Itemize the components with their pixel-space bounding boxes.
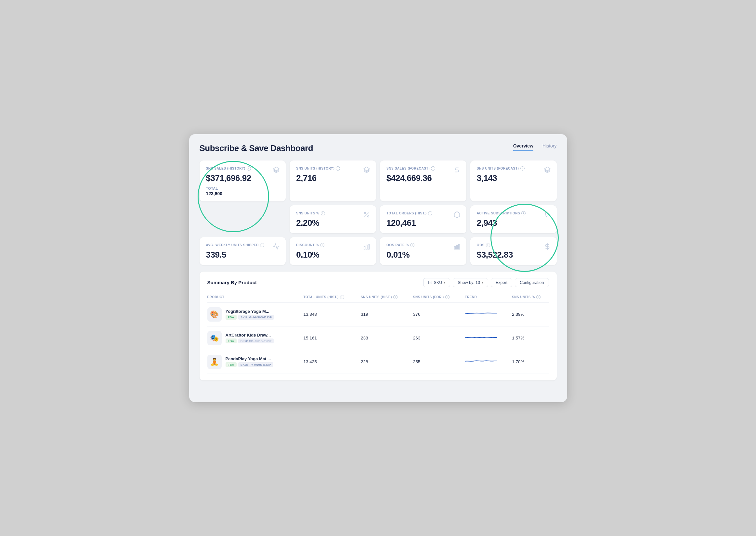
metric-sub-label: TOTAL [206,186,280,190]
sku-badge: SKU: TY-9N0S-EJ3P [238,362,273,367]
svg-rect-11 [456,245,458,249]
fba-badge: FBA [225,362,237,367]
metric-empty [199,205,286,233]
trend-chart [465,309,497,318]
cursor-icon [544,211,551,220]
col-product: PRODUCT [207,292,298,303]
percent-icon [363,211,370,220]
metric-avg-weekly: AVG. WEEKLY UNITS SHIPPED i 339.5 [199,237,286,265]
trend-chart [465,333,497,342]
metric-sns-units-forecast: SNS UNITS (FORECAST) i 3,143 [470,160,557,201]
info-icon[interactable]: i [336,166,340,171]
fba-badge: FBA [225,339,237,343]
product-table: PRODUCT TOTAL UNITS (HIST.) i SNS UNITS … [207,292,549,374]
tab-history[interactable]: History [542,143,557,151]
info-icon[interactable]: i [536,295,540,299]
total-units-cell: 15,161 [298,326,356,350]
sns-pct-cell: 1.57% [507,326,549,350]
metric-value: 2,716 [296,173,369,183]
col-total-units: TOTAL UNITS (HIST.) i [298,292,356,303]
sku-badge: SKU: SD-9N0S-EJ3P [238,339,274,343]
metric-value: 120,461 [387,218,460,228]
metric-active-subscriptions: ACTIVE SUBSCRIPTIONS i 2,943 [470,205,557,233]
show-by-dropdown[interactable]: Show by: 10 ▾ [453,278,488,287]
trend-chart [465,357,497,366]
product-name: PandaPlay Yoga Mat ... [225,356,273,361]
metric-oos-rate: OOS RATE % i 0.01% [380,237,466,265]
metric-total-orders: TOTAL ORDERS (HIST.) i 120,461 [380,205,466,233]
product-info: YogiStorage Yoga M... FBA SKU: GH-9N0S-E… [225,309,274,319]
sns-units-for-cell: 263 [408,326,460,350]
info-icon[interactable]: i [320,243,325,247]
metric-value: $3,522.83 [477,250,550,260]
svg-rect-9 [368,244,369,249]
svg-rect-14 [429,281,432,284]
product-info: PandaPlay Yoga Mat ... FBA SKU: TY-9N0S-… [225,356,273,367]
product-thumbnail: 🎨 [207,307,222,321]
bar-chart-icon [363,243,370,252]
info-icon[interactable]: i [321,211,325,216]
svg-point-5 [364,212,366,214]
export-button[interactable]: Export [491,278,512,287]
svg-line-4 [365,213,369,217]
info-icon[interactable]: i [486,243,490,247]
sns-pct-cell: 2.39% [507,302,549,326]
table-row: 🎨 YogiStorage Yoga M... FBA SKU: GH-9N0S… [207,302,549,326]
summary-controls: SKU ▾ Show by: 10 ▾ Export Configuration [423,278,549,287]
info-icon[interactable]: i [520,166,525,171]
info-icon[interactable]: i [247,166,251,171]
product-name: YogiStorage Yoga M... [225,309,274,314]
metrics-grid: SNS SALES (HISTORY) i $371,696.92 TOTAL … [199,160,557,265]
metric-value: 2,943 [477,218,550,228]
product-thumbnail: 🎭 [207,331,222,345]
dollar-icon [453,166,461,175]
svg-rect-10 [454,247,456,249]
product-badges: FBA SKU: GH-9N0S-EJ3P [225,315,274,319]
trend-cell [460,302,507,326]
summary-header: Summary By Product SKU ▾ Show by: 10 ▾ E… [207,278,549,287]
app-container: Subscribe & Save Dashboard Overview Hist… [189,134,567,402]
metric-value: 0.10% [296,250,369,260]
svg-rect-8 [366,245,367,249]
page-title: Subscribe & Save Dashboard [199,143,313,153]
info-icon[interactable]: i [340,295,344,299]
layers-icon [273,166,280,175]
info-icon[interactable]: i [431,166,435,171]
info-icon[interactable]: i [260,243,264,247]
sku-dropdown[interactable]: SKU ▾ [423,278,451,287]
table-row: 🧘 PandaPlay Yoga Mat ... FBA SKU: TY-9N0… [207,350,549,374]
tab-overview[interactable]: Overview [513,143,533,151]
info-icon[interactable]: i [428,211,432,216]
product-badges: FBA SKU: TY-9N0S-EJ3P [225,362,273,367]
sns-units-hist-cell: 228 [356,350,408,374]
product-cell-2: 🧘 PandaPlay Yoga Mat ... FBA SKU: TY-9N0… [207,350,298,374]
metric-sns-units-history: SNS UNITS (HISTORY) i 2,716 [290,160,376,201]
configuration-button[interactable]: Configuration [515,278,549,287]
product-info: ArtCraftor Kids Draw... FBA SKU: SD-9N0S… [225,333,274,343]
sns-pct-cell: 1.70% [507,350,549,374]
metric-label: SNS SALES (HISTORY) i [206,166,280,171]
trend-cell [460,350,507,374]
info-icon[interactable]: i [445,295,450,299]
dollar-icon [544,243,551,252]
metric-sub-value: 123,600 [206,191,280,196]
info-icon[interactable]: i [410,243,414,247]
col-trend: TREND [460,292,507,303]
header: Subscribe & Save Dashboard Overview Hist… [199,143,557,153]
svg-rect-12 [458,244,460,249]
sns-units-hist-cell: 238 [356,326,408,350]
info-icon[interactable]: i [393,295,397,299]
metric-value: 3,143 [477,173,550,183]
metric-value: 0.01% [387,250,460,260]
fba-badge: FBA [225,315,237,319]
cube-icon [453,211,461,220]
pulse-icon [273,243,280,252]
col-sns-units-pct: SNS UNITS % i [507,292,549,303]
info-icon[interactable]: i [521,211,526,216]
metric-sns-units-pct: SNS UNITS % i 2.20% [290,205,376,233]
metric-discount-pct: DISCOUNT % i 0.10% [290,237,376,265]
metric-value: 339.5 [206,250,280,260]
metric-oos-dollar: OOS i $3,522.83 [470,237,557,265]
table-row: 🎭 ArtCraftor Kids Draw... FBA SKU: SD-9N… [207,326,549,350]
metric-sns-sales-history: SNS SALES (HISTORY) i $371,696.92 TOTAL … [199,160,286,201]
